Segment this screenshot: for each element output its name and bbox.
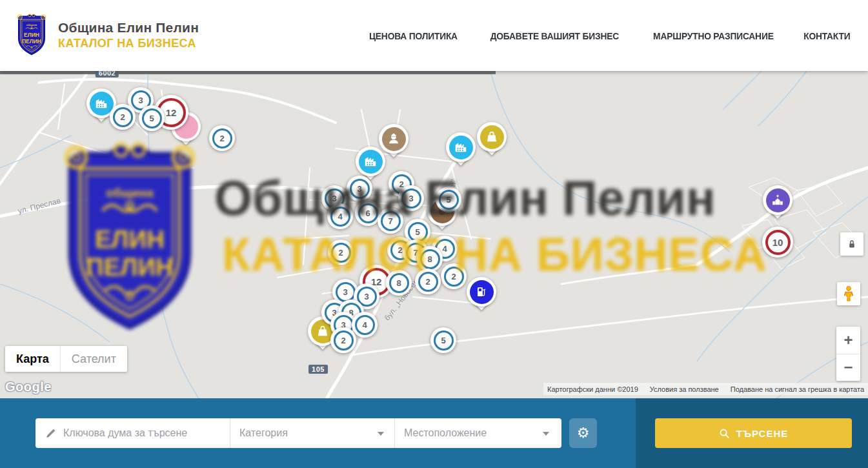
attribution-report-link[interactable]: Подаване на сигнал за грешка в картата bbox=[731, 385, 864, 393]
chevron-down-icon bbox=[378, 432, 384, 436]
search-bar: Категория Местоположение bbox=[35, 418, 561, 448]
fuel-icon bbox=[474, 285, 489, 299]
search-icon bbox=[719, 428, 730, 439]
search-panel: ТЪРСЕНЕ Категория Местоположение ⚙ bbox=[0, 398, 868, 468]
cluster-marker[interactable]: 3 bbox=[398, 185, 424, 211]
svg-text:община: община bbox=[26, 23, 37, 26]
map-type-control: Карта Сателит bbox=[5, 346, 127, 372]
cluster-marker[interactable]: 7 bbox=[378, 208, 403, 234]
chevron-down-icon bbox=[543, 432, 549, 436]
lock-icon bbox=[845, 238, 858, 250]
svg-text:ПЕЛИН: ПЕЛИН bbox=[22, 38, 41, 45]
main-nav: ЦЕНОВА ПОЛИТИКА ДОБАВЕТЕ ВАШИЯТ БИЗНЕС М… bbox=[365, 0, 853, 71]
cluster-marker[interactable]: 4 bbox=[352, 312, 378, 338]
factory-pin[interactable] bbox=[446, 132, 476, 162]
worker-icon bbox=[387, 132, 401, 146]
category-select-value: Категория bbox=[239, 427, 288, 439]
nav-item-add-business[interactable]: ДОБАВЕТЕ ВАШИЯТ БИЗНЕС bbox=[490, 30, 619, 41]
keyword-field-wrap bbox=[35, 418, 230, 448]
location-select-value: Местоположение bbox=[404, 427, 487, 439]
google-logo[interactable]: Google bbox=[5, 380, 52, 394]
pencil-icon bbox=[45, 427, 57, 440]
factory-icon bbox=[363, 154, 378, 168]
location-select[interactable]: Местоположение bbox=[395, 418, 560, 448]
church-icon bbox=[771, 193, 785, 207]
cluster-marker[interactable]: 8 bbox=[417, 246, 443, 272]
advanced-search-gear-button[interactable]: ⚙ bbox=[569, 418, 597, 448]
search-button[interactable]: ТЪРСЕНЕ bbox=[655, 418, 852, 448]
nav-item-contacts[interactable]: КОНТАКТИ bbox=[804, 30, 851, 41]
factory-pin[interactable] bbox=[356, 147, 385, 176]
site-title: Община Елин Пелин bbox=[58, 20, 199, 36]
map-markers-layer: 31225223335647510422782122833383425 bbox=[0, 71, 868, 398]
site-subtitle: КАТАЛОГ НА БИЗНЕСА bbox=[58, 37, 199, 50]
site-logo[interactable]: община ЕЛИН ПЕЛИН Община Елин Пелин КАТА… bbox=[14, 13, 199, 57]
cluster-marker[interactable]: 2 bbox=[328, 239, 354, 265]
cluster-marker[interactable]: 2 bbox=[330, 327, 356, 353]
lock-control-button[interactable] bbox=[840, 232, 863, 256]
fuel-pin[interactable] bbox=[467, 277, 496, 307]
factory-icon bbox=[94, 96, 108, 110]
svg-text:ЕЛИН: ЕЛИН bbox=[24, 32, 39, 38]
bag-pin[interactable] bbox=[477, 122, 507, 152]
map-type-map-button[interactable]: Карта bbox=[5, 346, 60, 372]
zoom-in-button[interactable]: + bbox=[836, 327, 860, 354]
cluster-marker[interactable]: 2 bbox=[415, 269, 441, 294]
search-panel-right: ТЪРСЕНЕ bbox=[636, 398, 868, 468]
map-attribution: Картографски данни ©2019 Условия за полз… bbox=[543, 383, 868, 395]
cluster-marker[interactable]: 2 bbox=[110, 104, 136, 130]
zoom-control: + − bbox=[836, 327, 860, 381]
cluster-marker[interactable]: 8 bbox=[386, 270, 412, 296]
cluster-marker[interactable]: 5 bbox=[436, 187, 461, 212]
cluster-marker[interactable]: 10 bbox=[762, 227, 793, 258]
attribution-terms-link[interactable]: Условия за ползване bbox=[650, 385, 719, 393]
bag-icon bbox=[316, 324, 330, 338]
cluster-marker[interactable]: 3 bbox=[347, 176, 372, 201]
cluster-marker[interactable]: 4 bbox=[327, 203, 353, 229]
cluster-marker[interactable]: 5 bbox=[430, 327, 456, 353]
municipality-crest-icon: община ЕЛИН ПЕЛИН bbox=[14, 13, 49, 57]
site-header: община ЕЛИН ПЕЛИН Община Елин Пелин КАТА… bbox=[0, 0, 868, 71]
factory-icon bbox=[454, 140, 468, 154]
cluster-marker[interactable]: 2 bbox=[209, 125, 235, 151]
cluster-marker[interactable]: 6 bbox=[355, 200, 381, 226]
keyword-input[interactable] bbox=[63, 427, 222, 439]
google-map[interactable]: ул. Преславбул. „Новоселци"ции"6002105 bbox=[0, 71, 868, 398]
church-pin[interactable] bbox=[763, 185, 792, 215]
gear-icon: ⚙ bbox=[577, 425, 590, 442]
cluster-marker[interactable]: 5 bbox=[139, 105, 165, 131]
category-select[interactable]: Категория bbox=[230, 418, 395, 448]
zoom-out-button[interactable]: − bbox=[836, 354, 860, 382]
map-type-satellite-button[interactable]: Сателит bbox=[60, 346, 127, 372]
cluster-marker[interactable]: 2 bbox=[441, 263, 467, 289]
pegman-icon bbox=[842, 285, 856, 302]
street-view-pegman-button[interactable] bbox=[837, 282, 860, 305]
bag-icon bbox=[485, 130, 499, 144]
nav-item-pricing[interactable]: ЦЕНОВА ПОЛИТИКА bbox=[369, 30, 458, 41]
nav-item-schedule[interactable]: МАРШРУТНО РАЗПИСАНИЕ bbox=[653, 30, 774, 41]
attribution-data-notice: Картографски данни ©2019 bbox=[547, 385, 638, 393]
